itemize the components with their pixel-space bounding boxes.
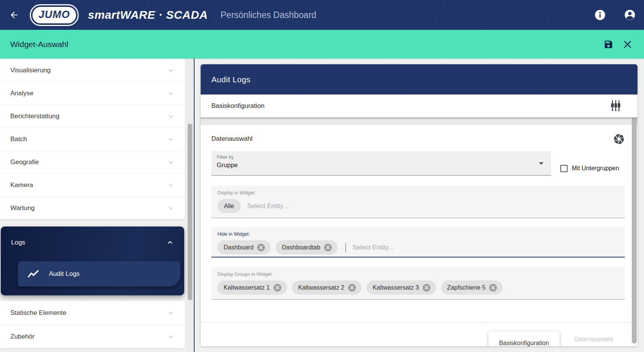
main-scrollbar — [631, 95, 638, 346]
widget-config-panel: Audit Logs Basiskonfiguration — [201, 64, 638, 346]
sidebar-category-item[interactable]: Zubehör — [0, 324, 185, 348]
display-groups-field: Display Groups in Widget: Kaltwassersatz… — [211, 267, 625, 300]
section-datenauswahl: Datenauswahl Filter by Gruppe Mit Unterg… — [201, 125, 638, 323]
circle-x-icon[interactable] — [324, 243, 332, 252]
sidebar-item-label: Wartung — [10, 204, 35, 212]
circle-x-icon[interactable] — [489, 284, 497, 292]
audit-logs-label: Audit Logs — [49, 270, 79, 278]
section-basiskonfiguration[interactable]: Basiskonfiguration — [201, 95, 638, 117]
datenauswahl-label: Datenauswahl — [211, 135, 253, 143]
circle-x-icon[interactable] — [422, 284, 431, 292]
tune-sliders-icon — [610, 100, 621, 112]
hide-in-widget-field: Hide in Widget: Dashboard — [211, 227, 625, 257]
chevron-down-icon — [167, 332, 175, 341]
logs-label: Logs — [11, 239, 25, 246]
entity-chip-label: Dashboardtab — [282, 244, 320, 251]
chevron-down-icon — [167, 66, 175, 75]
sidebar-item-label: Kamera — [10, 181, 33, 189]
chevron-down-icon — [167, 204, 175, 212]
sidebar-category-item[interactable]: Visualisierung — [0, 59, 185, 81]
chevron-up-icon — [166, 238, 174, 247]
content-area: Visualisierung Analyse Berichterstattung — [0, 59, 644, 352]
section-gap — [201, 117, 638, 125]
chevron-down-icon — [167, 135, 175, 143]
chevron-down-icon — [167, 112, 175, 121]
display-in-widget-field: Display in Widget: Alle — [211, 186, 625, 218]
sidebar-item-audit-logs[interactable]: Audit Logs — [18, 261, 180, 287]
info-icon[interactable] — [594, 9, 606, 21]
group-chip[interactable]: Kaltwassersatz 1 — [217, 280, 287, 295]
brand-title: smartWARE · SCADA — [88, 8, 208, 21]
sidebar-scrollbar-thumb[interactable] — [188, 124, 192, 300]
filter-by-select[interactable]: Filter by Gruppe — [211, 151, 551, 176]
sidebar-category-item[interactable]: Kamera — [0, 173, 185, 196]
line-chart-icon — [28, 269, 39, 279]
chevron-down-icon — [167, 89, 175, 98]
save-icon[interactable] — [603, 39, 613, 49]
group-chip-label: Kaltwassersatz 1 — [224, 284, 270, 291]
sidebar-category-item[interactable]: Berichterstattung — [0, 104, 185, 127]
basiskonfiguration-label: Basiskonfiguration — [211, 102, 264, 110]
close-icon[interactable] — [623, 39, 633, 49]
page-title: Persönliches Dashboard — [221, 10, 316, 20]
datenauswahl-step-button-disabled: Datenauswahl — [565, 331, 622, 346]
sidebar-category-logs[interactable]: Logs — [1, 232, 184, 253]
display-entity-input[interactable] — [247, 202, 347, 210]
widget-selection-bar: Widget-Auswahl — [0, 30, 644, 59]
main-scrollbar-thumb[interactable] — [632, 96, 637, 344]
entity-chip[interactable]: Alle — [217, 199, 241, 213]
chevron-down-icon — [167, 158, 175, 166]
sidebar-category-item[interactable]: Statische Elemente — [0, 301, 185, 324]
circle-x-icon[interactable] — [348, 284, 356, 292]
sidebar-category-item[interactable]: Geografie — [0, 150, 185, 173]
main-area: Audit Logs Basiskonfiguration — [195, 59, 644, 352]
circle-x-icon[interactable] — [257, 243, 265, 252]
entity-chip-label: Alle — [224, 203, 234, 210]
chevron-down-icon — [167, 181, 175, 189]
widget-selection-title: Widget-Auswahl — [10, 40, 68, 49]
sidebar-item-label: Batch — [10, 135, 27, 143]
subgroups-checkbox[interactable] — [560, 165, 568, 172]
group-chip-label: Zapfschiene 5 — [447, 284, 486, 291]
filter-by-label: Filter by — [217, 155, 546, 160]
jumo-logo-text: JUMO — [32, 7, 76, 23]
display-groups-label: Display Groups in Widget: — [217, 272, 619, 277]
sidebar-category-list-bottom: Statische Elemente Zubehör — [0, 301, 185, 348]
widget-category-sidebar: Visualisierung Analyse Berichterstattung — [0, 59, 185, 352]
basiskonfiguration-step-button[interactable]: Basiskonfiguration — [488, 331, 560, 346]
entity-chip[interactable]: Dashboard — [217, 240, 271, 254]
widget-config-header: Audit Logs — [201, 64, 638, 95]
sidebar-item-label: Berichterstattung — [10, 112, 60, 120]
sidebar-category-list-top: Visualisierung Analyse Berichterstattung — [0, 59, 185, 219]
group-chip[interactable]: Kaltwassersatz 3 — [367, 280, 436, 295]
sidebar-category-logs-expanded: Logs Audit Logs — [1, 227, 184, 295]
caret-down-icon — [539, 162, 543, 165]
display-in-widget-label: Display in Widget: — [217, 190, 619, 196]
entity-chip[interactable]: Dashboardtab — [276, 240, 337, 254]
account-icon[interactable] — [624, 9, 636, 21]
sidebar-item-label: Analyse — [10, 90, 33, 97]
sidebar-item-label: Visualisierung — [10, 67, 51, 74]
sidebar-category-item[interactable]: Batch — [0, 127, 185, 150]
widget-config-title: Audit Logs — [211, 75, 250, 84]
filter-by-value: Gruppe — [217, 161, 546, 169]
group-chip-label: Kaltwassersatz 2 — [298, 284, 344, 291]
group-chip-label: Kaltwassersatz 3 — [373, 284, 419, 291]
jumo-logo: JUMO — [30, 4, 79, 26]
text-cursor — [346, 243, 346, 252]
sidebar-category-item[interactable]: Analyse — [0, 81, 185, 104]
sidebar-category-item[interactable]: Wartung — [0, 196, 185, 219]
hide-entity-input[interactable] — [352, 244, 452, 251]
subgroups-checkbox-label: Mit Untergruppen — [572, 165, 619, 172]
sidebar-item-label: Zubehör — [10, 333, 34, 341]
hide-in-widget-label: Hide in Widget: — [217, 231, 619, 237]
back-button[interactable] — [8, 8, 21, 21]
circle-x-icon[interactable] — [273, 284, 282, 292]
sidebar-item-label: Statische Elemente — [10, 309, 66, 317]
sidebar-scrollbar — [187, 59, 193, 352]
group-chip[interactable]: Zapfschiene 5 — [441, 280, 503, 295]
group-chip[interactable]: Kaltwassersatz 2 — [292, 280, 362, 295]
entity-chip-label: Dashboard — [224, 244, 253, 251]
top-app-bar: JUMO smartWARE · SCADA Persönliches Dash… — [0, 0, 644, 30]
camera-aperture-icon[interactable] — [613, 133, 625, 145]
